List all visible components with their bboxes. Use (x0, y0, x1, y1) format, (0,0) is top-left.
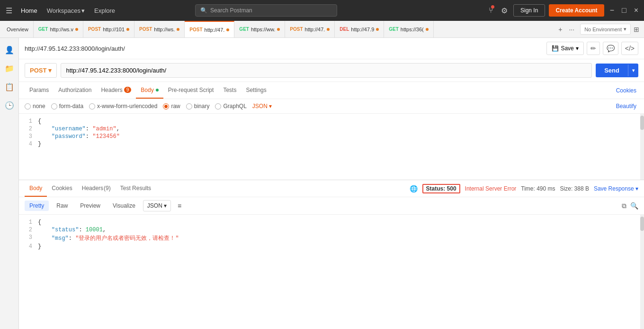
create-account-button[interactable]: Create Account (549, 4, 604, 17)
tab-bar: Overview GET http://ws.v POST http://101… (0, 21, 644, 38)
code-line-4: 4 } (19, 140, 644, 148)
send-button[interactable]: Send (596, 64, 628, 77)
tab-4[interactable]: GET https://ww. (234, 21, 285, 37)
method-select[interactable]: POST ▾ (25, 63, 57, 78)
close-button[interactable]: × (632, 4, 640, 17)
search-input[interactable]: 🔍 Search Postman (195, 4, 337, 17)
edit-icon[interactable]: ✏ (587, 42, 600, 55)
request-tabs: Params Authorization Headers 9 Body Pre-… (19, 82, 644, 99)
body-graphql-option[interactable]: GraphQL (215, 103, 246, 110)
top-nav: Home Workspaces ▾ Explore (17, 5, 119, 16)
raw-tab[interactable]: Raw (52, 201, 72, 211)
save-button[interactable]: 💾 Save ▾ (546, 42, 583, 55)
resp-line-3: 3 "msg": "登录的用户名或者密码无效，请检查！" (19, 234, 644, 243)
resp-body-tab[interactable]: Body (25, 180, 47, 197)
main-content: http://47.95.142.233:8000/login/auth/ 💾 … (19, 38, 644, 329)
body-form-data-option[interactable]: form-data (51, 103, 83, 110)
preview-tab[interactable]: Preview (75, 201, 105, 211)
overview-tab[interactable]: Overview (2, 21, 34, 37)
graphql-radio[interactable] (215, 103, 221, 110)
workspaces-nav[interactable]: Workspaces ▾ (43, 5, 89, 16)
globe-icon[interactable]: 🌐 (410, 185, 418, 192)
search-resp-icon[interactable]: 🔍 (630, 202, 638, 210)
resp-scrollbar[interactable] (640, 215, 644, 329)
json-dropdown-icon: ▾ (269, 103, 272, 110)
binary-radio[interactable] (186, 103, 192, 110)
response-time: Time: 490 ms (521, 185, 555, 192)
tab-actions: + ··· (555, 24, 577, 35)
settings-tab[interactable]: Settings (241, 82, 271, 99)
raw-radio[interactable] (163, 103, 169, 110)
resp-cookies-tab[interactable]: Cookies (47, 180, 77, 197)
resp-json-format[interactable]: JSON ▾ (143, 200, 171, 211)
layout-icon[interactable]: ⊞ (631, 24, 642, 35)
signin-button[interactable]: Sign In (513, 4, 545, 17)
tab-6[interactable]: DEL http://47.9 (335, 21, 384, 37)
send-dropdown-button[interactable]: ▾ (628, 64, 638, 76)
sidebar-environment-icon[interactable]: 📋 (1, 79, 18, 95)
tab-0[interactable]: GET http://ws.v (34, 21, 83, 37)
form-data-radio[interactable] (51, 103, 57, 110)
minimize-button[interactable]: − (608, 4, 616, 17)
tab-5[interactable]: POST http://47. (285, 21, 335, 37)
headers-tab[interactable]: Headers 9 (96, 82, 136, 99)
sidebar-history-icon[interactable]: 🕒 (1, 97, 18, 114)
more-tabs-button[interactable]: ··· (566, 24, 577, 35)
copy-icon[interactable]: ⧉ (622, 202, 626, 210)
settings-icon[interactable]: ⚙ (499, 4, 510, 17)
code-line-2: 2 "username": "admin", (19, 125, 644, 133)
explore-nav[interactable]: Explore (90, 5, 119, 16)
home-nav[interactable]: Home (17, 5, 41, 16)
response-status: 🌐 Status: 500 Internal Server Error Time… (410, 184, 638, 193)
environment-selector[interactable]: No Environment ▾ (580, 24, 631, 35)
tab-7[interactable]: GET https://36( (384, 21, 433, 37)
resp-headers-badge: (9) (104, 185, 111, 192)
params-tab[interactable]: Params (25, 82, 54, 99)
request-body-editor[interactable]: 1 { 2 "username": "admin", 3 "password":… (19, 114, 644, 180)
tab-3-active[interactable]: POST http://47. (185, 21, 234, 37)
resp-headers-tab[interactable]: Headers (9) (77, 180, 116, 197)
json-format-selector[interactable]: JSON ▾ (252, 103, 272, 110)
response-size: Size: 388 B (560, 185, 589, 192)
response-body-viewer: 1 { 2 "status": 10001, 3 "msg": "登录的用户名或… (19, 215, 644, 329)
tab-dot (126, 28, 129, 31)
editor-scrollbar[interactable] (640, 114, 644, 180)
filter-icon[interactable]: ≡ (178, 202, 181, 210)
tab-dot (376, 28, 379, 31)
tests-tab[interactable]: Tests (218, 82, 241, 99)
menu-icon[interactable]: ☰ (4, 4, 14, 17)
body-none-option[interactable]: none (25, 103, 45, 110)
urlencoded-radio[interactable] (89, 103, 95, 110)
save-resp-dropdown: ▾ (635, 185, 638, 192)
cookies-button[interactable]: Cookies (614, 87, 638, 94)
pre-request-tab[interactable]: Pre-request Script (163, 82, 219, 99)
body-binary-option[interactable]: binary (186, 103, 210, 110)
visualize-tab[interactable]: Visualize (108, 201, 140, 211)
fork-icon[interactable]: ⑂ (487, 4, 495, 17)
body-urlencoded-option[interactable]: x-www-form-urlencoded (89, 103, 157, 110)
beautify-button[interactable]: Beautify (614, 103, 638, 110)
pretty-tab[interactable]: Pretty (25, 201, 49, 211)
method-label: POST (290, 27, 303, 32)
maximize-button[interactable]: □ (620, 4, 628, 17)
code-icon[interactable]: </> (621, 42, 638, 55)
resp-test-results-tab[interactable]: Test Results (116, 180, 156, 197)
body-tab[interactable]: Body (136, 82, 163, 99)
comment-icon[interactable]: 💬 (603, 42, 618, 55)
save-response-button[interactable]: Save Response ▾ (594, 185, 638, 192)
sidebar-person-icon[interactable]: 👤 (1, 42, 18, 58)
body-raw-option[interactable]: raw (163, 103, 180, 110)
tab-1[interactable]: POST http://101 (83, 21, 134, 37)
search-icon: 🔍 (200, 7, 207, 14)
method-label: DEL (340, 27, 349, 32)
resp-line-2: 2 "status": 10001, (19, 226, 644, 234)
sidebar-collection-icon[interactable]: 📁 (1, 60, 18, 77)
authorization-tab[interactable]: Authorization (54, 82, 96, 99)
tab-2[interactable]: POST http://ws. (134, 21, 185, 37)
main-layout: 👤 📁 📋 🕒 http://47.95.142.233:8000/login/… (0, 38, 644, 329)
add-tab-button[interactable]: + (555, 24, 565, 35)
resp-line-1: 1 { (19, 219, 644, 226)
status-code-badge: Status: 500 (422, 184, 460, 193)
url-input[interactable] (61, 63, 592, 78)
none-radio[interactable] (25, 103, 31, 110)
